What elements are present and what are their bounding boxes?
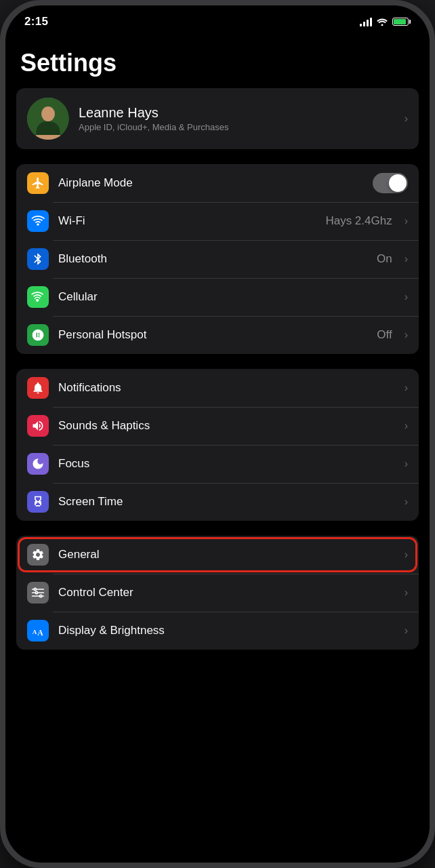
sounds-icon-wrap <box>27 415 49 437</box>
scroll-content[interactable]: Settings Leanne Hay <box>5 33 430 863</box>
airplane-mode-row[interactable]: Airplane Mode <box>16 164 419 202</box>
control-center-chevron: › <box>405 587 408 599</box>
display-label: Display & Brightness <box>58 624 395 637</box>
bell-icon <box>31 381 45 395</box>
focus-row[interactable]: Focus › <box>16 445 419 483</box>
notifications-label: Notifications <box>58 381 395 395</box>
cellular-label: Cellular <box>58 290 395 304</box>
general-label: General <box>58 548 395 561</box>
bluetooth-row[interactable]: Bluetooth On › <box>16 240 419 278</box>
sounds-label: Sounds & Haptics <box>58 419 395 433</box>
cellular-icon-wrap <box>27 286 49 308</box>
hotspot-icon <box>31 328 45 342</box>
bluetooth-value: On <box>377 252 392 266</box>
general-icon-wrap <box>27 544 49 566</box>
display-chevron: › <box>405 625 408 637</box>
display-icon-wrap: A A <box>27 620 49 642</box>
speaker-icon <box>31 419 45 433</box>
profile-group: Leanne Hays Apple ID, iCloud+, Media & P… <box>16 88 419 149</box>
control-center-label: Control Center <box>58 586 395 599</box>
sounds-chevron: › <box>405 420 408 432</box>
system-group: General › <box>16 536 419 650</box>
wifi-value: Hays 2.4Ghz <box>325 214 392 228</box>
bluetooth-icon-wrap <box>27 248 49 270</box>
screen-time-chevron: › <box>405 496 408 508</box>
profile-subtitle: Apple ID, iCloud+, Media & Purchases <box>79 122 395 132</box>
display-brightness-row[interactable]: A A Display & Brightness › <box>16 612 419 650</box>
sounds-row[interactable]: Sounds & Haptics › <box>16 407 419 445</box>
notifications-group: Notifications › Sounds & Haptics › <box>16 369 419 521</box>
wifi-settings-icon <box>31 214 45 228</box>
svg-point-1 <box>41 106 55 121</box>
hourglass-icon <box>31 495 45 509</box>
avatar <box>27 98 69 140</box>
screen-time-icon-wrap <box>27 491 49 513</box>
focus-label: Focus <box>58 457 395 471</box>
general-row[interactable]: General › <box>16 536 419 574</box>
hotspot-row[interactable]: Personal Hotspot Off › <box>16 316 419 354</box>
notifications-icon-wrap <box>27 377 49 399</box>
airplane-mode-toggle[interactable] <box>373 173 408 193</box>
hotspot-icon-wrap <box>27 324 49 346</box>
airplane-mode-label: Airplane Mode <box>58 176 363 190</box>
signal-bars-icon <box>360 17 372 26</box>
notifications-row[interactable]: Notifications › <box>16 369 419 407</box>
bluetooth-chevron: › <box>405 253 408 265</box>
airplane-mode-toggle-knob <box>389 174 407 192</box>
general-chevron: › <box>405 549 408 561</box>
status-icons <box>360 16 411 28</box>
wifi-status-icon <box>376 16 388 28</box>
hotspot-value: Off <box>377 328 392 342</box>
screen-time-row[interactable]: Screen Time › <box>16 483 419 521</box>
battery-icon <box>392 18 411 26</box>
wifi-icon-wrap <box>27 210 49 232</box>
svg-text:A: A <box>33 629 37 635</box>
svg-text:A: A <box>37 629 43 637</box>
wifi-label: Wi-Fi <box>58 214 316 228</box>
page-title: Settings <box>16 39 419 88</box>
bluetooth-label: Bluetooth <box>58 252 367 266</box>
airplane-icon <box>31 176 45 190</box>
connectivity-group: Airplane Mode Wi-Fi Hays 2.4 <box>16 164 419 354</box>
control-center-row[interactable]: Control Center › <box>16 574 419 612</box>
svg-point-3 <box>37 334 39 336</box>
cellular-icon <box>31 290 45 304</box>
hotspot-label: Personal Hotspot <box>58 328 367 342</box>
airplane-mode-icon-wrap <box>27 172 49 194</box>
hotspot-chevron: › <box>405 329 408 341</box>
screen-time-label: Screen Time <box>58 495 395 509</box>
control-center-icon-wrap <box>27 582 49 604</box>
profile-name: Leanne Hays <box>79 105 395 121</box>
wifi-row[interactable]: Wi-Fi Hays 2.4Ghz › <box>16 202 419 240</box>
focus-chevron: › <box>405 458 408 470</box>
aa-icon: A A <box>31 624 45 637</box>
moon-icon <box>31 457 45 471</box>
phone-screen: 2:15 <box>5 5 430 863</box>
cellular-chevron: › <box>405 291 408 303</box>
phone-frame: 2:15 <box>0 0 435 868</box>
gear-icon <box>31 548 45 561</box>
cellular-row[interactable]: Cellular › <box>16 278 419 316</box>
svg-point-12 <box>35 591 37 593</box>
wifi-chevron: › <box>405 215 408 227</box>
profile-chevron: › <box>405 113 408 125</box>
switches-icon <box>31 586 45 599</box>
bluetooth-icon <box>31 252 45 266</box>
profile-info: Leanne Hays Apple ID, iCloud+, Media & P… <box>79 105 395 132</box>
status-time: 2:15 <box>24 15 48 28</box>
notifications-chevron: › <box>405 382 408 394</box>
notch <box>173 5 262 23</box>
profile-row[interactable]: Leanne Hays Apple ID, iCloud+, Media & P… <box>16 88 419 149</box>
focus-icon-wrap <box>27 453 49 475</box>
